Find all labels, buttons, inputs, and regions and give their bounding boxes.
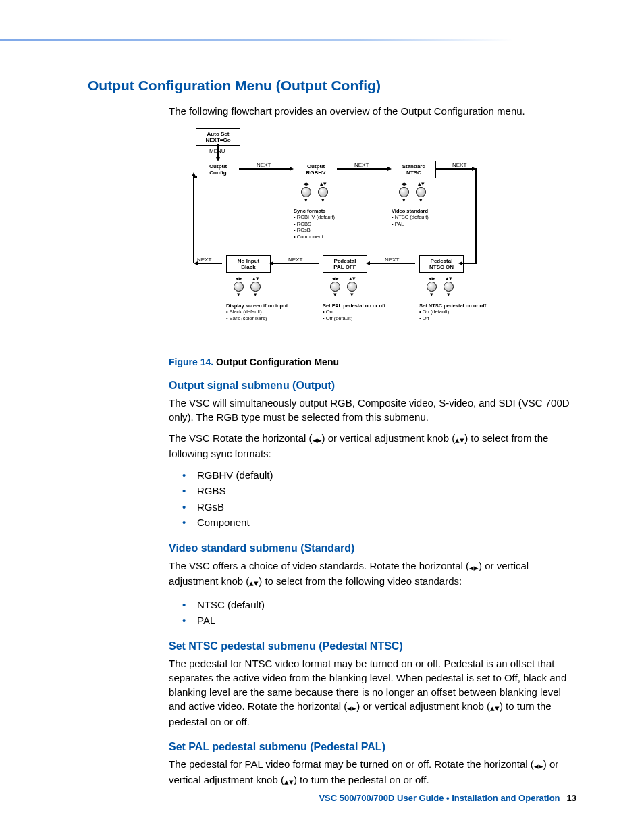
top-rule bbox=[0, 39, 513, 41]
flow-label-next: NEXT bbox=[257, 162, 271, 168]
flow-node-pedestal-pal: PedestalPAL OFF bbox=[323, 255, 367, 273]
paragraph: The VSC offers a choice of video standar… bbox=[169, 558, 576, 590]
heading-ntsc-pedestal: Set NTSC pedestal submenu (Pedestal NTSC… bbox=[169, 640, 576, 652]
figure-caption: Figure 14. Output Configuration Menu bbox=[169, 357, 576, 367]
list-item: RGBS bbox=[182, 483, 576, 498]
list-item: PAL bbox=[182, 613, 576, 628]
vertical-knob-icon: ▴▾ bbox=[490, 702, 500, 714]
horizontal-knob-icon: ◂▸ bbox=[313, 434, 322, 446]
knob-icons: ◂▸▾ ▴▾▾ bbox=[399, 181, 426, 203]
page-footer: VSC 500/700/700D User Guide • Installati… bbox=[319, 793, 576, 803]
flow-desc-pntsc: Set NTSC pedestal on or off • On (defaul… bbox=[419, 303, 510, 321]
list-item: NTSC (default) bbox=[182, 597, 576, 613]
knob-icons: ◂▸▾ ▴▾▾ bbox=[301, 181, 328, 203]
sync-formats-list: RGBHV (default) RGBS RGsB Component bbox=[182, 467, 576, 530]
list-item: Component bbox=[182, 515, 576, 530]
flowchart: Auto SetNEXT=Go MENU OutputConfig Output… bbox=[176, 128, 513, 344]
flow-label-next: NEXT bbox=[354, 162, 369, 168]
paragraph: The VSC Rotate the horizontal (◂▸) or ve… bbox=[169, 431, 576, 461]
flow-label-menu: MENU bbox=[209, 148, 225, 154]
heading-output-signal: Output signal submenu (Output) bbox=[169, 380, 576, 392]
vertical-knob-icon: ▴▾ bbox=[284, 776, 294, 788]
flow-node-no-input-black: No InputBlack bbox=[226, 255, 271, 273]
flow-label-next: NEXT bbox=[452, 162, 466, 168]
vertical-knob-icon: ▴▾ bbox=[249, 577, 259, 590]
horizontal-knob-icon: ◂▸ bbox=[347, 702, 356, 714]
knob-icons: ◂▸▾ ▴▾▾ bbox=[330, 276, 357, 298]
paragraph: The VSC will simultaneously output RGB, … bbox=[169, 396, 576, 424]
flow-label-next: NEXT bbox=[385, 257, 399, 263]
vertical-knob-icon: ▴▾ bbox=[455, 434, 464, 446]
list-item: RGBHV (default) bbox=[182, 467, 576, 483]
page-title: Output Configuration Menu (Output Config… bbox=[88, 78, 576, 94]
page-number: 13 bbox=[567, 793, 576, 803]
flow-desc-vstd: Video standard • NTSC (default) • PAL bbox=[392, 208, 466, 227]
flow-node-output-config: OutputConfig bbox=[196, 161, 240, 178]
flow-node-standard-ntsc: StandardNTSC bbox=[392, 161, 436, 178]
page-content: Output Configuration Menu (Output Config… bbox=[0, 0, 644, 789]
knob-icons: ◂▸▾ ▴▾▾ bbox=[427, 276, 454, 298]
heading-pal-pedestal: Set PAL pedestal submenu (Pedestal PAL) bbox=[169, 741, 576, 753]
horizontal-knob-icon: ◂▸ bbox=[469, 562, 479, 574]
flow-node-output-rgbhv: OutputRGBHV bbox=[294, 161, 338, 178]
flow-node-pedestal-ntsc: PedestalNTSC ON bbox=[419, 255, 464, 273]
knob-icons: ◂▸▾ ▴▾▾ bbox=[234, 276, 261, 298]
flow-label-next: NEXT bbox=[197, 257, 211, 263]
heading-video-standard: Video standard submenu (Standard) bbox=[169, 542, 576, 554]
paragraph: The pedestal for PAL video format may be… bbox=[169, 757, 576, 788]
flow-desc-noinput: Display screen if no input • Black (defa… bbox=[226, 303, 307, 321]
intro-paragraph: The following flowchart provides an over… bbox=[169, 104, 576, 118]
video-standards-list: NTSC (default) PAL bbox=[182, 597, 576, 629]
list-item: RGsB bbox=[182, 499, 576, 515]
paragraph: The pedestal for NTSC video format may b… bbox=[169, 656, 576, 729]
horizontal-knob-icon: ◂▸ bbox=[534, 760, 543, 773]
flow-desc-ppal: Set PAL pedestal on or off • On • Off (d… bbox=[323, 303, 410, 321]
flow-label-next: NEXT bbox=[288, 257, 302, 263]
flow-desc-sync: Sync formats • RGBHV (default) • RGBS • … bbox=[294, 208, 368, 240]
